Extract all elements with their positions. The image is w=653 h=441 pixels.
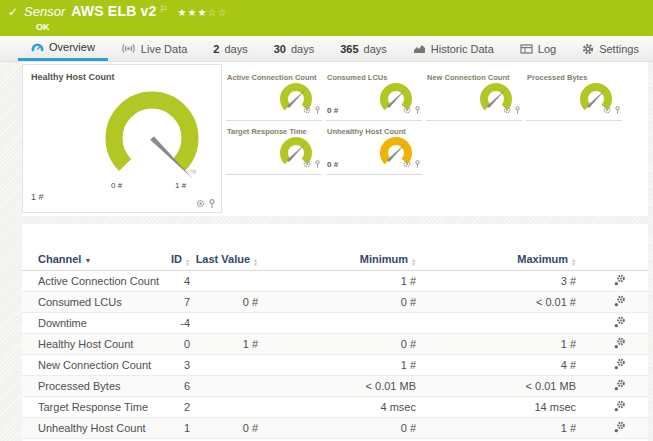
live-signal-icon: [121, 43, 136, 54]
gauge-pin-icon[interactable]: [314, 154, 321, 172]
gauge-settings-gear-icon[interactable]: [303, 100, 311, 118]
small-gauge-card[interactable]: Active Connection Count: [226, 70, 322, 121]
stars-filled[interactable]: ★★★: [178, 7, 208, 18]
channel-settings-gear-icon[interactable]: [613, 400, 626, 415]
table-row: Unhealthy Host Count 1 0 # 0 # 1 #: [22, 418, 648, 439]
cell-minimum: 0 #: [258, 296, 416, 308]
channel-settings-gear-icon[interactable]: [613, 421, 626, 436]
small-gauge-last-value: 0 #: [327, 106, 338, 115]
sensor-status-text: OK: [36, 22, 50, 32]
gauge-pin-icon[interactable]: [414, 100, 421, 118]
small-gauge-card[interactable]: Processed Bytes: [526, 70, 622, 121]
sensor-status-header: ✓ Sensor AWS ELB v2 ⚐ ★★★☆☆ OK: [0, 0, 653, 36]
tab-label: Log: [538, 43, 556, 55]
tab-log[interactable]: Log: [507, 36, 569, 61]
small-gauge-grid: Active Connection Count Consumed LCU: [226, 70, 626, 175]
chart-icon: [413, 44, 426, 54]
tab-label: Settings: [599, 43, 639, 55]
cell-maximum: < 0.01 MB: [416, 380, 576, 392]
gear-icon: [582, 43, 594, 55]
gauge-unit-mark: %: [190, 168, 196, 175]
column-label: Last Value: [196, 253, 250, 265]
small-gauge-card[interactable]: New Connection Count: [426, 70, 522, 121]
gauge-icon: [31, 42, 44, 53]
gauge-settings-gear-icon[interactable]: [196, 194, 205, 212]
gauge-settings-gear-icon[interactable]: [603, 100, 611, 118]
log-table-icon: [520, 44, 533, 54]
stars-empty[interactable]: ☆☆: [208, 7, 228, 18]
tab-label: Overview: [49, 41, 95, 53]
cell-minimum: 0 #: [258, 338, 416, 350]
gauge-pin-icon[interactable]: [614, 100, 621, 118]
priority-flag-icon[interactable]: ⚐: [160, 4, 168, 14]
cell-last-value: 0 #: [190, 296, 258, 308]
cell-maximum: 1 #: [416, 338, 576, 350]
main-gauge-card-healthy-host-count[interactable]: Healthy Host Count 0 # 1 # % 1 #: [22, 64, 222, 213]
tab-number: 30: [274, 43, 286, 55]
channel-table: Channel▼ ID▲▼ Last Value▲▼ Minimum▲▼ Max…: [22, 224, 648, 441]
cell-channel-id: 0: [168, 338, 190, 350]
channel-settings-gear-icon[interactable]: [613, 358, 626, 373]
tab-2-days[interactable]: 2 days: [200, 36, 260, 61]
priority-stars[interactable]: ★★★☆☆: [178, 7, 228, 18]
gauge-pin-icon[interactable]: [314, 100, 321, 118]
gauge-pin-icon[interactable]: [514, 100, 521, 118]
tab-30-days[interactable]: 30 days: [261, 36, 328, 61]
table-row: Target Response Time 2 4 msec 14 msec: [22, 397, 648, 418]
column-header-last-value[interactable]: Last Value▲▼: [190, 253, 258, 266]
gauge-settings-gear-icon[interactable]: [303, 154, 311, 172]
tab-settings[interactable]: Settings: [569, 36, 652, 61]
gauge-pin-icon[interactable]: [414, 154, 421, 172]
sort-icon: ▲▼: [571, 258, 576, 266]
cell-channel-name: Active Connection Count: [22, 275, 168, 287]
column-header-minimum[interactable]: Minimum▲▼: [258, 253, 416, 266]
gauge-settings-gear-icon[interactable]: [403, 154, 411, 172]
channel-settings-gear-icon[interactable]: [613, 379, 626, 394]
channel-settings-gear-icon[interactable]: [613, 316, 626, 331]
channel-settings-gear-icon[interactable]: [613, 295, 626, 310]
overview-gauges-panel: Healthy Host Count 0 # 1 # % 1 # Active …: [22, 62, 648, 216]
channel-settings-gear-icon[interactable]: [613, 274, 626, 289]
gauge-pin-icon[interactable]: [208, 194, 216, 212]
cell-minimum: < 0.01 MB: [258, 380, 416, 392]
cell-maximum: 1 #: [416, 422, 576, 434]
main-gauge: [23, 65, 223, 214]
channel-table-body: Active Connection Count 4 1 # 3 # Consum…: [22, 271, 648, 439]
cell-channel-name: Consumed LCUs: [22, 296, 168, 308]
column-header-id[interactable]: ID▲▼: [168, 253, 190, 266]
cell-channel-id: 2: [168, 401, 190, 413]
small-gauge-card[interactable]: Target Response Time: [226, 124, 322, 175]
tab-live-data[interactable]: Live Data: [108, 36, 200, 61]
gauge-settings-gear-icon[interactable]: [403, 100, 411, 118]
channel-settings-gear-icon[interactable]: [613, 337, 626, 352]
column-header-channel[interactable]: Channel▼: [22, 253, 168, 265]
channel-table-header: Channel▼ ID▲▼ Last Value▲▼ Minimum▲▼ Max…: [22, 248, 648, 271]
prtg-sensor-overview-page: { "sensor_header": { "status_check": "✓"…: [0, 0, 653, 441]
tab-number: 2: [213, 43, 219, 55]
small-gauge-card[interactable]: Unhealthy Host Count 0 #: [326, 124, 422, 175]
cell-minimum: 4 msec: [258, 401, 416, 413]
column-label: ID: [171, 253, 182, 265]
tab-365-days[interactable]: 365 days: [327, 36, 400, 61]
tab-historic-data[interactable]: Historic Data: [400, 36, 507, 61]
cell-channel-id: 4: [168, 275, 190, 287]
tab-label: days: [291, 43, 314, 55]
small-gauge-last-value: 0 #: [327, 160, 338, 169]
cell-channel-name: Downtime: [22, 317, 168, 329]
column-label: Maximum: [517, 253, 568, 265]
status-ok-check-icon: ✓: [8, 5, 18, 19]
gauge-settings-gear-icon[interactable]: [503, 100, 511, 118]
cell-maximum: 4 #: [416, 359, 576, 371]
cell-channel-id: 7: [168, 296, 190, 308]
cell-last-value: 0 #: [190, 422, 258, 434]
tab-overview[interactable]: Overview: [18, 36, 108, 61]
tab-label: Live Data: [141, 43, 187, 55]
tab-bar: Overview Live Data 2 days 30 days 365 da…: [0, 36, 653, 62]
tab-number: 365: [340, 43, 358, 55]
gauge-last-value: 1 #: [31, 192, 44, 202]
cell-channel-name: Unhealthy Host Count: [22, 422, 168, 434]
column-header-maximum[interactable]: Maximum▲▼: [416, 253, 576, 266]
small-gauge-card[interactable]: Consumed LCUs 0 #: [326, 70, 422, 121]
table-row: Healthy Host Count 0 1 # 0 # 1 #: [22, 334, 648, 355]
cell-channel-id: 3: [168, 359, 190, 371]
